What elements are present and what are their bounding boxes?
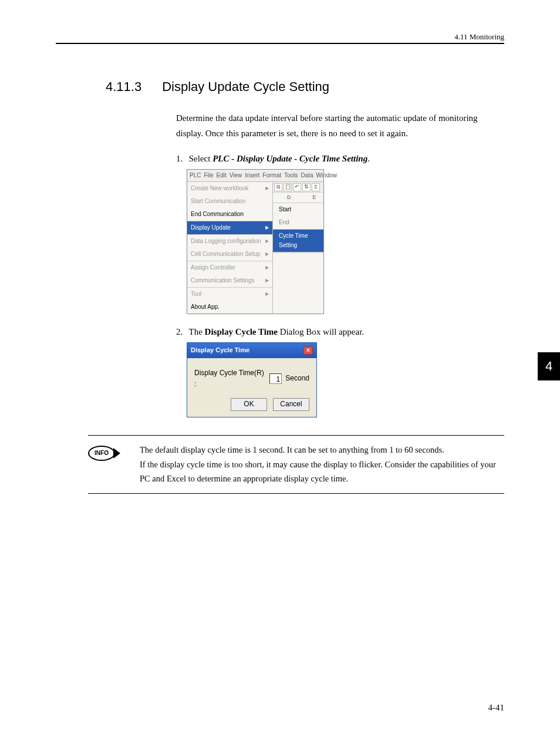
chevron-right-icon: ▶ xyxy=(265,291,269,298)
header-section: 4.11 Monitoring xyxy=(454,32,504,42)
dialog-titlebar: Display Cycle Time × xyxy=(187,343,316,358)
mm-comm-settings: Communication Settings▶ xyxy=(187,274,272,287)
column-header: D E xyxy=(273,193,323,203)
page-number: 4-41 xyxy=(488,703,505,713)
step-2-lead: The xyxy=(188,327,204,336)
step-2: 2. The Display Cycle Time Dialog Box wil… xyxy=(176,325,504,417)
toolbar: ⧉ 📋 ↶ ⇅ Σ xyxy=(273,182,323,193)
main-menu: Create New workbook▶ Start Communication… xyxy=(187,182,273,314)
menu-window[interactable]: Window xyxy=(316,171,337,180)
section-number: 4.11.3 xyxy=(106,79,158,95)
sort-icon[interactable]: ⇅ xyxy=(302,183,311,191)
section-heading: 4.11.3 Display Update Cycle Setting xyxy=(106,79,504,95)
section-title: Display Update Cycle Setting xyxy=(162,79,329,94)
cycle-time-unit: Second xyxy=(285,373,309,384)
submenu: ⧉ 📋 ↶ ⇅ Σ D E Start End xyxy=(273,182,323,314)
menu-screenshot: PLC File Edit View Insert Format Tools D… xyxy=(187,169,324,314)
cancel-button[interactable]: Cancel xyxy=(273,398,309,411)
header-rule xyxy=(56,43,504,44)
menu-insert[interactable]: Insert xyxy=(245,171,259,180)
menu-data[interactable]: Data xyxy=(301,171,313,180)
menu-format[interactable]: Format xyxy=(262,171,281,180)
chevron-right-icon: ▶ xyxy=(265,264,269,272)
step-1-num: 1. xyxy=(176,151,187,166)
mm-cell-comm-setup: Cell Communication Setup▶ xyxy=(187,248,272,261)
mm-data-logging-config: Data Logging configuration▶ xyxy=(187,235,272,248)
menu-tools[interactable]: Tools xyxy=(284,171,298,180)
step-1-tail: . xyxy=(367,154,370,163)
paste-icon[interactable]: 📋 xyxy=(284,183,292,191)
menu-view[interactable]: View xyxy=(230,171,242,180)
mm-end-communication[interactable]: End Communication xyxy=(187,208,272,221)
cycle-time-input[interactable]: 1 xyxy=(269,373,282,384)
step-1-bold: PLC - Display Update - Cycle Time Settin… xyxy=(212,154,367,163)
chevron-right-icon: ▶ xyxy=(265,251,269,258)
info-line-1: The default display cycle time is 1 seco… xyxy=(140,443,504,457)
info-line-2: If the display cycle time is too short, … xyxy=(140,457,504,486)
info-block: INFO The default display cycle time is 1… xyxy=(88,443,504,486)
ok-button[interactable]: OK xyxy=(231,398,267,411)
step-2-num: 2. xyxy=(176,325,187,339)
mm-about-app[interactable]: About App. xyxy=(187,301,272,314)
info-badge: INFO xyxy=(88,443,129,464)
sm-start[interactable]: Start xyxy=(273,203,323,216)
menu-edit[interactable]: Edit xyxy=(217,171,227,180)
menu-plc[interactable]: PLC xyxy=(190,171,201,180)
mm-create-new-workbook: Create New workbook▶ xyxy=(187,182,272,195)
mm-display-update[interactable]: Display Update▶ xyxy=(187,221,272,234)
sm-end: End xyxy=(273,216,323,229)
sigma-icon[interactable]: Σ xyxy=(312,183,320,191)
step-2-tail: Dialog Box will appear. xyxy=(278,327,364,336)
mm-assign-controller: Assign Controller▶ xyxy=(187,261,272,274)
menubar: PLC File Edit View Insert Format Tools D… xyxy=(187,170,323,182)
submenu-blank xyxy=(273,252,323,279)
content-area: 4.11.3 Display Update Cycle Setting Dete… xyxy=(106,79,504,494)
chevron-right-icon: ▶ xyxy=(265,224,269,232)
chevron-right-icon: ▶ xyxy=(265,238,269,245)
intro-paragraph: Determine the data update interval befor… xyxy=(176,111,504,141)
cycle-time-label: Display Cycle Time(R) : xyxy=(194,368,266,390)
chevron-right-icon: ▶ xyxy=(265,185,269,193)
sm-cycle-time-setting[interactable]: Cycle Time Setting xyxy=(273,229,323,252)
info-rule-top xyxy=(88,435,504,436)
step-1-lead: Select xyxy=(189,154,212,163)
undo-icon[interactable]: ↶ xyxy=(293,183,301,191)
mm-start-communication: Start Communication xyxy=(187,195,272,208)
info-icon: INFO xyxy=(88,446,115,461)
arrow-right-icon xyxy=(113,448,120,459)
step-2-bold: Display Cycle Time xyxy=(205,327,278,336)
mm-tool: Tool▶ xyxy=(187,288,272,301)
dialog-title-text: Display Cycle Time xyxy=(191,345,249,356)
menu-file[interactable]: File xyxy=(204,171,213,180)
close-icon[interactable]: × xyxy=(303,346,313,355)
step-1: 1. Select PLC - Display Update - Cycle T… xyxy=(176,151,504,314)
info-rule-bottom xyxy=(88,493,504,494)
chevron-right-icon: ▶ xyxy=(265,277,269,285)
copy-icon[interactable]: ⧉ xyxy=(274,183,282,191)
display-cycle-time-dialog: Display Cycle Time × Display Cycle Time(… xyxy=(187,342,317,417)
chapter-tab: 4 xyxy=(538,352,560,380)
